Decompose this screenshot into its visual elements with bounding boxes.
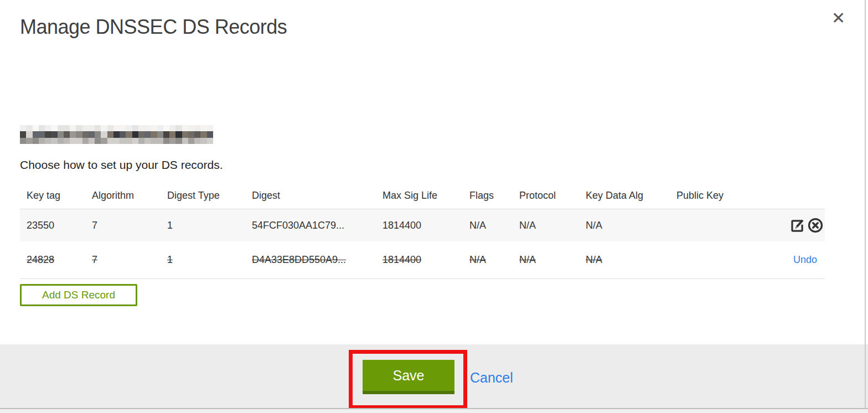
save-button[interactable]: Save (363, 360, 454, 394)
cell-digest: 54FCF030AA1C79... (245, 220, 376, 231)
col-header-key-tag: Key tag (20, 190, 85, 202)
cell-key-data-alg: N/A (579, 220, 670, 231)
col-header-digest-type: Digest Type (161, 190, 245, 202)
cell-algorithm: 7 (85, 220, 161, 231)
remove-circle-x-icon[interactable] (807, 217, 824, 234)
cell-flags: N/A (463, 220, 513, 231)
cell-protocol: N/A (513, 254, 579, 266)
cell-key-tag: 23550 (20, 220, 85, 231)
instruction-text: Choose how to set up your DS records. (20, 158, 223, 172)
redacted-domain-name (20, 125, 213, 144)
close-icon[interactable]: ✕ (831, 10, 845, 27)
cell-protocol: N/A (513, 220, 579, 231)
ds-records-table: Key tag Algorithm Digest Type Digest Max… (20, 183, 825, 279)
cell-flags: N/A (463, 254, 513, 266)
cell-key-tag: 24828 (20, 254, 85, 266)
cell-digest-type: 1 (161, 220, 245, 231)
table-row: 23550 7 1 54FCF030AA1C79... 1814400 N/A … (20, 209, 825, 241)
edit-icon[interactable] (789, 217, 806, 234)
col-header-flags: Flags (463, 190, 513, 202)
col-header-max-sig-life: Max Sig Life (376, 190, 463, 202)
col-header-public-key: Public Key (670, 190, 782, 202)
col-header-key-data-alg: Key Data Alg (579, 190, 670, 202)
cell-digest: D4A33E8DD550A9... (245, 254, 376, 266)
undo-link[interactable]: Undo (793, 254, 817, 266)
modal-footer: Save Cancel (0, 344, 868, 408)
cell-max-sig-life: 1814400 (376, 254, 463, 266)
cell-max-sig-life: 1814400 (376, 220, 463, 231)
page-title: Manage DNSSEC DS Records (20, 16, 287, 39)
col-header-algorithm: Algorithm (85, 190, 161, 202)
cancel-link[interactable]: Cancel (470, 370, 513, 386)
table-row-deleted: 24828 7 1 D4A33E8DD550A9... 1814400 N/A … (20, 241, 825, 279)
add-ds-record-button[interactable]: Add DS Record (20, 284, 137, 306)
col-header-protocol: Protocol (513, 190, 579, 202)
cell-algorithm: 7 (85, 254, 161, 266)
cell-key-data-alg: N/A (579, 254, 670, 266)
col-header-digest: Digest (245, 190, 376, 202)
window-right-border (865, 0, 866, 413)
window-bottom-strip (0, 409, 868, 413)
table-header-row: Key tag Algorithm Digest Type Digest Max… (20, 183, 825, 209)
cell-digest-type: 1 (161, 254, 245, 266)
